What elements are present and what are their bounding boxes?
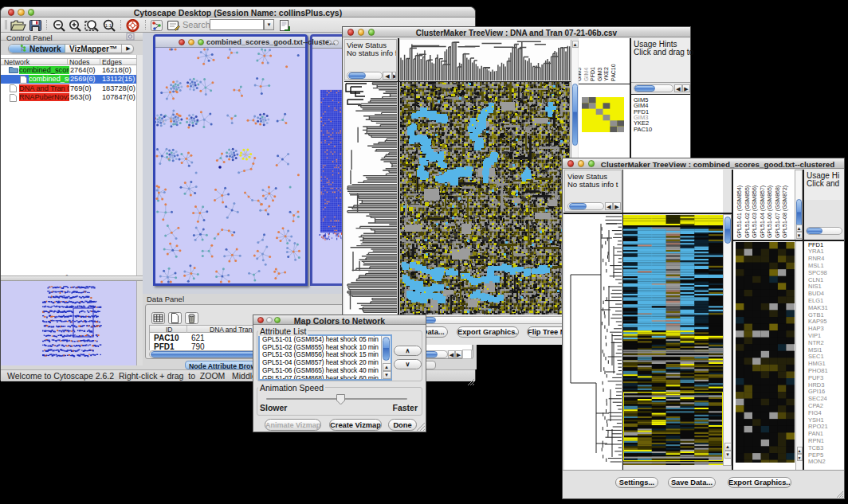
svg-text:GIM5: GIM5 xyxy=(579,68,582,81)
svg-text:PAC10: PAC10 xyxy=(610,64,616,81)
svg-text:GIM3: GIM3 xyxy=(597,68,603,81)
svg-text:PFD1: PFD1 xyxy=(590,67,595,81)
svg-text:GPL51-06 (GSM865): GPL51-06 (GSM865) xyxy=(767,186,773,238)
svg-text:GPL51-04 (GSM857): GPL51-04 (GSM857) xyxy=(760,186,766,238)
svg-text:GIM4: GIM4 xyxy=(583,68,589,81)
svg-text:GPL51-01 (GSM854): GPL51-01 (GSM854) xyxy=(736,186,743,238)
svg-text:GPL51-03 (GSM856): GPL51-03 (GSM856) xyxy=(752,186,758,238)
svg-text:GPL51-07 (GSM868): GPL51-07 (GSM868) xyxy=(775,186,781,238)
svg-text:1:1: 1:1 xyxy=(105,23,112,28)
svg-text:GPL51-08 (GSM872): GPL51-08 (GSM872) xyxy=(782,186,788,238)
svg-text:YKE2: YKE2 xyxy=(603,67,609,81)
svg-text:GPL51-02 (GSM855): GPL51-02 (GSM855) xyxy=(744,186,751,238)
